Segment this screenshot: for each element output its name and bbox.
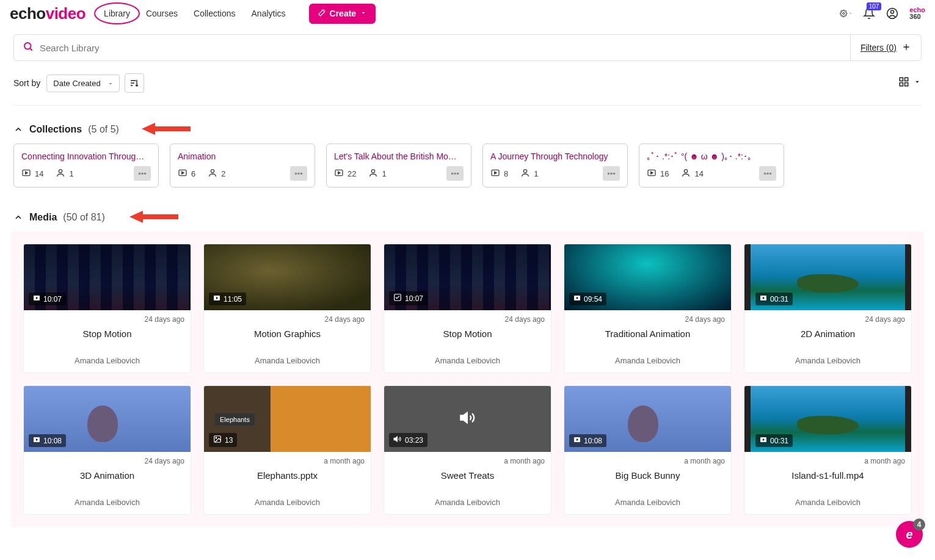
duration-text: 03:23 [405, 436, 423, 445]
svg-marker-13 [26, 172, 27, 174]
view-toggle[interactable] [898, 76, 922, 90]
duration-text: 00:31 [770, 295, 788, 304]
collections-row: Connecting Innovation Throug… 14 1 ••• A… [13, 144, 922, 187]
nav-library[interactable]: Library [103, 6, 131, 21]
media-card[interactable]: 10:08 24 days ago 3D Animation Amanda Le… [23, 385, 191, 515]
svg-marker-22 [495, 172, 497, 174]
thumb-text: Elephants [215, 413, 255, 426]
svg-marker-25 [651, 172, 653, 174]
collection-card[interactable]: A Journey Through Technology 8 1 ••• [482, 144, 628, 187]
audio-icon [459, 409, 476, 429]
svg-point-2 [891, 10, 894, 13]
collection-menu-button[interactable]: ••• [759, 166, 776, 181]
account-icon[interactable] [886, 7, 898, 20]
grid-icon [898, 76, 909, 90]
collection-menu-button[interactable]: ••• [290, 166, 307, 181]
duration-badge: 10:08 [29, 434, 66, 447]
media-count-icon [490, 168, 500, 180]
duration-text: 10:07 [43, 295, 62, 304]
search-row: Filters (0) [13, 34, 922, 61]
media-date: 24 days ago [390, 315, 545, 324]
media-thumbnail: Elephants 13 [204, 386, 371, 452]
duration-badge: 13 [209, 433, 237, 447]
collection-card[interactable]: Let's Talk About the British Mo… 22 1 ••… [326, 144, 471, 187]
media-type-icon [213, 435, 222, 445]
svg-marker-41 [460, 413, 467, 423]
media-type-icon [573, 436, 581, 445]
media-card[interactable]: 00:31 24 days ago 2D Animation Amanda Le… [744, 244, 912, 373]
svg-rect-10 [905, 83, 908, 86]
collections-header: Collections (5 of 5) [13, 124, 922, 135]
media-card[interactable]: 00:31 a month ago Island-s1-full.mp4 Ama… [744, 385, 912, 515]
main-nav: Library Courses Collections Analytics Cr… [103, 4, 376, 24]
collection-media-count: 14 [35, 169, 43, 178]
media-date: a month ago [751, 457, 905, 465]
media-grid: 10:07 24 days ago Stop Motion Amanda Lei… [11, 231, 924, 527]
media-type-icon [760, 294, 767, 304]
media-count: (50 of 81) [63, 212, 104, 223]
create-button[interactable]: Create [309, 4, 376, 24]
collection-stats: 6 2 ••• [178, 166, 307, 181]
collection-menu-button[interactable]: ••• [134, 166, 151, 181]
plus-icon [901, 42, 911, 54]
svg-marker-42 [394, 437, 397, 442]
media-author: Amanda Leibovich [390, 498, 545, 507]
media-date: 24 days ago [751, 315, 905, 324]
collapse-icon[interactable] [13, 125, 23, 134]
nav-analytics[interactable]: Analytics [250, 6, 287, 21]
collection-card[interactable]: Connecting Innovation Throug… 14 1 ••• [13, 144, 159, 187]
collection-menu-button[interactable]: ••• [603, 166, 620, 181]
media-card[interactable]: 03:23 a month ago Sweet Treats Amanda Le… [384, 385, 551, 515]
media-author: Amanda Leibovich [570, 356, 725, 365]
user-count-icon [208, 168, 217, 180]
media-meta: 24 days ago Stop Motion Amanda Leibovich [384, 310, 551, 373]
media-card[interactable]: 09:54 24 days ago Traditional Animation … [564, 244, 732, 373]
collections-count: (5 of 5) [88, 124, 119, 135]
sort-select[interactable]: Date Created [46, 75, 119, 92]
media-card[interactable]: 10:07 24 days ago Stop Motion Amanda Lei… [384, 244, 551, 373]
collapse-icon[interactable] [13, 213, 23, 222]
small-logo-2: 360 [909, 13, 925, 20]
user-count-icon [520, 168, 530, 180]
sort-row: Sort by Date Created [13, 73, 922, 93]
collection-menu-button[interactable]: ••• [446, 166, 464, 181]
logo[interactable]: echovideo [10, 4, 85, 23]
annotation-arrow-icon [129, 209, 178, 224]
media-type-icon [33, 294, 40, 304]
media-card[interactable]: 11:05 24 days ago Motion Graphics Amanda… [203, 244, 371, 373]
media-meta: a month ago Elephants.pptx Amanda Leibov… [204, 452, 371, 514]
collection-card[interactable]: Animation 6 2 ••• [170, 144, 315, 187]
echo360-logo[interactable]: echo360 [909, 7, 925, 20]
media-thumbnail: 10:08 [564, 386, 731, 452]
media-card[interactable]: 10:08 a month ago Big Buck Bunny Amanda … [564, 385, 732, 515]
collection-card[interactable]: ｡ﾟ･ .*:･ﾟ °( ☻ ω ☻ )｡･ .*:･｡ 16 14 ••• [639, 144, 784, 187]
media-card[interactable]: 10:07 24 days ago Stop Motion Amanda Lei… [23, 244, 191, 373]
search-input[interactable] [40, 43, 842, 53]
media-type-icon [393, 293, 402, 304]
media-author: Amanda Leibovich [751, 356, 905, 365]
media-type-icon [760, 436, 767, 445]
media-thumbnail: 11:05 [204, 244, 371, 310]
settings-icon[interactable] [840, 7, 852, 20]
media-meta: a month ago Big Buck Bunny Amanda Leibov… [564, 452, 731, 514]
duration-text: 10:08 [43, 437, 62, 445]
nav-courses[interactable]: Courses [145, 6, 179, 21]
duration-badge: 00:31 [755, 434, 793, 447]
user-count-icon [681, 168, 691, 180]
media-date: 24 days ago [30, 315, 184, 324]
media-card[interactable]: Elephants 13 a month ago Elephants.pptx … [203, 385, 371, 515]
media-count-icon [334, 168, 344, 180]
duration-badge: 11:05 [209, 293, 246, 305]
nav-collections[interactable]: Collections [192, 6, 236, 21]
sort-direction-button[interactable] [125, 73, 144, 93]
media-title: 2D Animation [751, 329, 905, 339]
media-author: Amanda Leibovich [30, 356, 184, 365]
help-fab[interactable]: e 4 [896, 521, 923, 548]
svg-line-4 [30, 48, 32, 50]
media-title: Media [29, 212, 57, 223]
topbar: echovideo Library Courses Collections An… [0, 0, 935, 27]
filters-button[interactable]: Filters (0) [850, 35, 921, 60]
notifications-icon[interactable]: 107 [863, 7, 875, 20]
media-author: Amanda Leibovich [570, 498, 725, 507]
media-count-icon [178, 168, 187, 180]
